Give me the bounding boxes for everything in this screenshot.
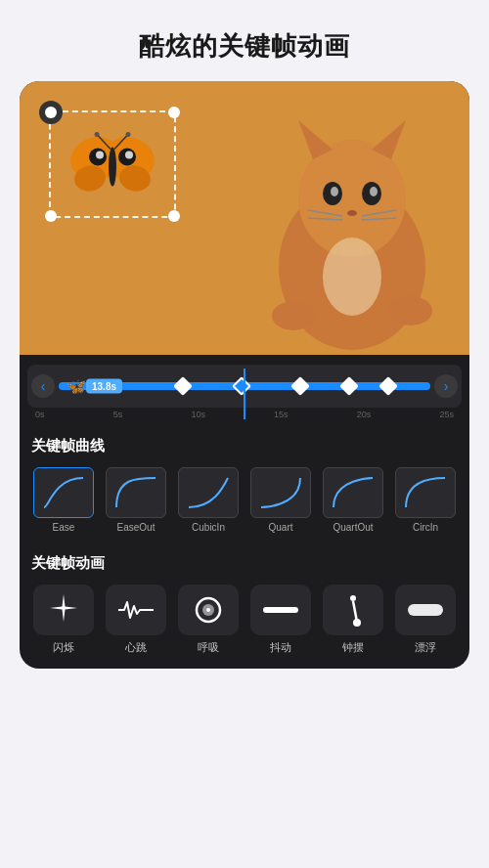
svg-point-6 [331, 187, 338, 196]
breathe-icon [191, 592, 226, 628]
keyframe-2[interactable] [232, 376, 251, 396]
curve-ease-box[interactable] [33, 467, 94, 518]
anim-shake-label: 抖动 [270, 640, 291, 655]
butterfly-marker: 🦋 [67, 377, 86, 396]
svg-point-23 [125, 152, 133, 159]
anim-flash[interactable]: 闪烁 [33, 585, 94, 655]
anim-heartbeat[interactable]: 心跳 [106, 585, 166, 655]
svg-point-7 [370, 187, 378, 196]
anim-swing-box[interactable] [323, 585, 383, 635]
main-card: ✕ [20, 81, 469, 669]
sparkle-icon [46, 592, 81, 628]
animation-section: 关键帧动画 闪烁 心跳 [20, 542, 469, 669]
svg-line-34 [353, 601, 357, 622]
curve-circin-label: CircIn [413, 522, 438, 533]
anim-swing-label: 钟摆 [342, 640, 364, 655]
anim-shake-box[interactable] [250, 585, 311, 635]
curve-easeout[interactable]: EaseOut [106, 467, 166, 533]
timeline-section: ‹ 🦋 13.8s › 0s 5s 10s [20, 355, 469, 425]
anim-breathe[interactable]: 呼吸 [178, 585, 239, 655]
timeline-inner: 🦋 13.8s [59, 370, 430, 402]
butterfly-icon [68, 128, 156, 201]
float-icon [404, 598, 447, 622]
handle-top-right[interactable] [168, 107, 180, 118]
svg-point-31 [206, 608, 210, 612]
curve-circin-box[interactable] [395, 467, 456, 518]
svg-point-24 [109, 148, 116, 187]
curve-cubicin-box[interactable] [178, 467, 239, 518]
time-0: 0s [35, 410, 45, 419]
curves-title: 关键帧曲线 [20, 425, 469, 463]
curves-section: 关键帧曲线 Ease EaseOut [20, 425, 469, 542]
svg-point-28 [126, 132, 131, 137]
svg-point-8 [347, 210, 357, 216]
curve-easeout-box[interactable] [106, 467, 166, 518]
time-indicator [244, 369, 245, 419]
anim-float-label: 漂浮 [415, 640, 436, 655]
keyframe-5[interactable] [378, 376, 398, 396]
anim-flash-label: 闪烁 [53, 640, 74, 655]
anim-flash-box[interactable] [33, 585, 94, 635]
handle-bottom-right[interactable] [168, 210, 180, 222]
anim-float[interactable]: 漂浮 [395, 585, 456, 655]
curve-cubicin-label: CubicIn [192, 522, 225, 533]
curve-ease[interactable]: Ease [33, 467, 94, 533]
anim-swing[interactable]: 钟摆 [323, 585, 383, 655]
time-5: 5s [113, 410, 123, 419]
curve-cubicin[interactable]: CubicIn [178, 467, 239, 533]
butterfly-selection-box: ✕ [49, 110, 176, 218]
cat-image [254, 101, 450, 355]
curves-row: Ease EaseOut CubicIn [20, 463, 469, 542]
curve-quart-label: Quart [268, 522, 292, 533]
svg-point-14 [389, 296, 432, 326]
svg-point-26 [95, 132, 100, 137]
time-20: 20s [357, 410, 372, 419]
swing-icon [335, 592, 371, 628]
video-preview: ✕ [20, 81, 469, 355]
keyframe-3[interactable] [290, 376, 310, 396]
time-label: 13.8s [86, 379, 122, 394]
svg-point-15 [323, 238, 381, 316]
curve-ease-label: Ease [53, 522, 75, 533]
anim-breathe-box[interactable] [178, 585, 239, 635]
anim-shake[interactable]: 抖动 [250, 585, 311, 655]
svg-point-21 [96, 152, 104, 159]
shake-icon [261, 600, 300, 620]
animation-title: 关键帧动画 [20, 542, 469, 581]
heartbeat-icon [116, 596, 156, 624]
timeline-right-arrow[interactable]: › [434, 374, 458, 398]
curve-easeout-label: EaseOut [117, 522, 156, 533]
svg-rect-36 [408, 604, 443, 616]
svg-point-35 [353, 619, 361, 627]
animation-row: 闪烁 心跳 呼吸 [20, 581, 469, 669]
curve-quart-box[interactable] [250, 467, 311, 518]
svg-point-13 [272, 301, 315, 330]
keyframe-1[interactable] [173, 376, 193, 396]
anim-heartbeat-box[interactable] [106, 585, 166, 635]
anim-heartbeat-label: 心跳 [125, 640, 147, 655]
curve-quartout-box[interactable] [323, 467, 383, 518]
keyframe-4[interactable] [339, 376, 359, 396]
svg-rect-32 [263, 607, 298, 613]
svg-point-33 [350, 595, 356, 601]
handle-bottom-left[interactable] [45, 210, 57, 222]
time-25: 25s [439, 410, 454, 419]
timeline-left-arrow[interactable]: ‹ [31, 374, 55, 398]
anim-breathe-label: 呼吸 [198, 640, 219, 655]
curve-circin[interactable]: CircIn [395, 467, 456, 533]
handle-top-left[interactable] [45, 107, 57, 118]
timeline-track: ‹ 🦋 13.8s › [27, 365, 462, 408]
time-10: 10s [191, 410, 205, 419]
curve-quartout-label: QuartOut [333, 522, 373, 533]
curve-quart[interactable]: Quart [250, 467, 311, 533]
page-title: 酷炫的关键帧动画 [139, 29, 350, 64]
curve-quartout[interactable]: QuartOut [323, 467, 383, 533]
anim-float-box[interactable] [395, 585, 456, 635]
time-15: 15s [274, 410, 289, 419]
